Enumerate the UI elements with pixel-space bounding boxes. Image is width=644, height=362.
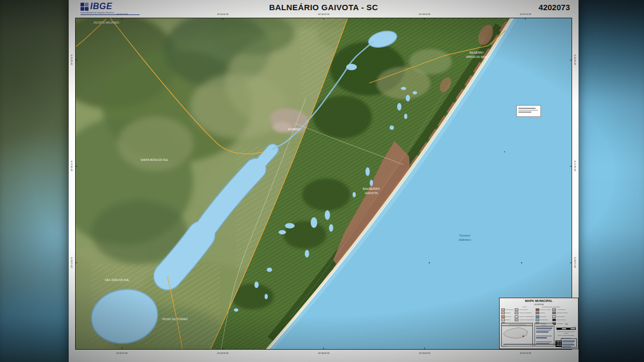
satellite-map: JACINTO MACHADO SOMBRIO SANTA ROSA DO SU… (75, 18, 572, 350)
label-sao-joao-do-sul: SÃO JOÃO DO SUL (105, 278, 129, 282)
blurred-backdrop-right (570, 0, 644, 362)
santa-catarina-outline (502, 326, 532, 339)
meridian-label: 49°40'30"W (207, 13, 239, 16)
legend-swatch (501, 319, 505, 321)
sheet-code: 4202073 (539, 3, 570, 12)
north-label: N (566, 323, 567, 326)
legend-subtitle: LEGENDA (500, 304, 578, 306)
legend-label: Área Edificada (557, 309, 566, 311)
legend-swatch (515, 308, 518, 311)
parallel-label: 29°10'00"S (574, 252, 576, 274)
meridian-label: 49°36'45"W (308, 13, 340, 16)
legend-label: Território Quilombola (519, 312, 531, 314)
legend-swatch (501, 312, 505, 314)
legend-label: Unidade de Conservação (519, 319, 534, 321)
label-passo-de-torres: PASSO DE TORRES (162, 317, 188, 321)
legend-label: Drenagem (540, 316, 546, 317)
river-pond (346, 64, 357, 70)
legend-swatch (536, 312, 539, 314)
label-ocean-2: Atlântico (458, 238, 471, 241)
legend-label: Internacional (506, 309, 514, 311)
legend-label: Estadual (506, 312, 511, 314)
legend-swatch (501, 315, 505, 318)
map-sheet: IBGE Instituto Brasileiro de Geografia e… (69, 0, 579, 362)
scale-tick: 0 (556, 326, 557, 327)
imprint-box (561, 338, 577, 348)
legend-label: Rodovia e Ferrovia (540, 309, 551, 311)
meridian-label: 49°29'15"W (509, 352, 541, 354)
legend-swatch (552, 308, 556, 311)
legend-areas-header: ÁREAS (515, 306, 533, 308)
legend-label: Distrital (506, 319, 510, 321)
page-title: BALNEÁRIO GAIVOTA - SC (69, 3, 579, 12)
map-svg: JACINTO MACHADO SOMBRIO SANTA ROSA DO SU… (75, 18, 572, 350)
scale-tick: 1 (565, 326, 566, 327)
datum-line: Datum Horizontal SIRGAS2000 (556, 335, 576, 336)
label-ocean-1: Oceano (459, 234, 471, 237)
label-jacinto-machado: JACINTO MACHADO (93, 21, 119, 24)
parallel-label: 29°10'00"S (70, 252, 73, 274)
municipality-location-dot (523, 336, 524, 337)
legend-swatch (536, 315, 539, 318)
label-arroio-do-silva-1: BALNEÁRIO (470, 51, 484, 54)
notes-header: NOTAS (536, 324, 553, 327)
legend-box: MAPA MUNICIPAL LEGENDA Internacional Est… (499, 298, 579, 349)
label-balneario-gaivota-1: BALNEÁRIO (363, 187, 380, 190)
blurred-backdrop-left (0, 0, 76, 362)
scale-tick: 2 km (574, 326, 576, 327)
legend-reference-header: ELEMENTOS DE REFERÊNCIA (536, 306, 568, 308)
legend-swatch (552, 312, 556, 314)
fine-print (503, 343, 557, 348)
scale-bar (557, 328, 576, 330)
legend-label: Massa d'água (540, 319, 548, 321)
legend-label: Sede Distrital (557, 316, 565, 317)
legend-title: MAPA MUNICIPAL (500, 299, 578, 302)
legend-label: Terra Indígena (519, 309, 528, 311)
parallel-label: 29°02'30"S (70, 49, 73, 71)
parallel-label: 29°02'30"S (574, 49, 576, 71)
legend-label: Edificação Isolada (557, 312, 567, 314)
meridian-label: 49°40'30"W (207, 352, 239, 354)
legend-swatch (552, 319, 556, 321)
legend-label: Sede Municipal (557, 319, 566, 321)
legend-swatch (536, 319, 539, 321)
legend-swatch (515, 315, 518, 318)
meridian-label: 49°33'00"W (408, 13, 441, 16)
label-arroio-do-silva-2: ARROIO DO SILVA (466, 56, 487, 58)
legend-swatch (501, 308, 505, 311)
parallel-label: 29°06'15"S (574, 156, 576, 177)
projection-line: Projeção Universal Transversa de Mercato… (556, 331, 576, 334)
meridian-label: 49°33'00"W (408, 352, 441, 354)
legend-swatch (552, 315, 556, 318)
legend-swatch (515, 319, 518, 321)
meridian-label: 49°36'45"W (308, 352, 340, 354)
meridian-label: 49°44'15"W (106, 352, 138, 354)
legend-label: Municipal (506, 316, 511, 317)
label-santa-rosa-do-sul: SANTA ROSA DO SUL (141, 158, 169, 161)
legend-label: Projeto de Assentamento (519, 316, 534, 317)
legend-label: Caminho (540, 312, 545, 314)
meridian-label: 49°44'15"W (106, 13, 138, 16)
ocean-note-box (516, 105, 541, 117)
parallel-label: 29°06'15"S (70, 156, 73, 177)
label-balneario-gaivota-2: GAIVOTA (365, 191, 378, 195)
meridian-label: 49°29'15"W (509, 13, 541, 16)
label-sombrio: SOMBRIO (288, 128, 301, 131)
legend-swatch (515, 312, 518, 314)
legend-swatch (536, 308, 539, 311)
